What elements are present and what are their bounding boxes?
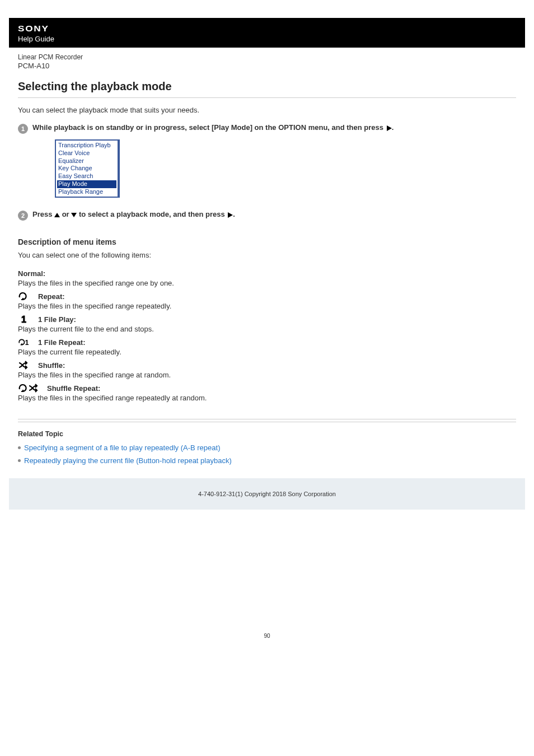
menu-items-desc: You can select one of the following item… bbox=[18, 251, 516, 259]
item-shuffle-repeat-label: Shuffle Repeat: bbox=[47, 384, 100, 393]
device-menu-item: Transcription Playb bbox=[57, 142, 116, 150]
device-menu-item: Key Change bbox=[57, 165, 116, 172]
product-info: Linear PCM Recorder PCM-A10 bbox=[9, 48, 525, 70]
step-number-badge: 2 bbox=[18, 211, 28, 221]
page-title: Selecting the playback mode bbox=[18, 80, 516, 93]
item-repeat: Repeat: bbox=[18, 292, 516, 301]
step-number-badge: 1 bbox=[18, 124, 28, 134]
device-menu-item: Playback Range bbox=[57, 188, 116, 196]
item-shuffle-repeat: Shuffle Repeat: bbox=[18, 384, 516, 393]
play-icon bbox=[387, 125, 392, 131]
item-normal-label: Normal: bbox=[18, 269, 516, 278]
copyright-text: 4-740-912-31(1) Copyright 2018 Sony Corp… bbox=[198, 491, 336, 497]
item-shuffle: Shuffle: bbox=[18, 361, 516, 370]
header-bar: SONY Help Guide bbox=[9, 18, 525, 48]
item-repeat-desc: Plays the files in the specified range r… bbox=[18, 302, 516, 310]
intro-text: You can select the playback mode that su… bbox=[18, 106, 516, 114]
item-normal-desc: Plays the files in the specified range o… bbox=[18, 279, 516, 287]
help-guide-label: Help Guide bbox=[18, 35, 516, 43]
related-separator-inner bbox=[18, 422, 516, 422]
related-link-ab-repeat[interactable]: Specifying a segment of a file to play r… bbox=[24, 444, 220, 452]
down-arrow-icon bbox=[71, 213, 77, 217]
item-shuffle-label: Shuffle: bbox=[38, 361, 65, 370]
related-heading: Related Topic bbox=[18, 430, 516, 438]
device-menu-item: Equalizer bbox=[57, 157, 116, 165]
step-1-text: While playback is on standby or in progr… bbox=[32, 123, 394, 132]
item-1file-desc: Plays the current file to the end and st… bbox=[18, 325, 516, 333]
item-1file-repeat-label: 1 File Repeat: bbox=[38, 338, 86, 347]
related-separator bbox=[18, 419, 516, 419]
repeat-icon bbox=[18, 292, 30, 301]
menu-items-heading: Description of menu items bbox=[18, 237, 516, 246]
item-1file-label: 1 File Play: bbox=[38, 315, 76, 324]
up-arrow-icon bbox=[54, 213, 60, 217]
step-2-text: Press or to select a playback mode, and … bbox=[32, 210, 235, 218]
related-link-item: Specifying a segment of a file to play r… bbox=[18, 444, 516, 452]
title-separator bbox=[18, 97, 516, 98]
device-menu-item: Easy Search bbox=[57, 172, 116, 180]
device-screen: Transcription Playb Clear Voice Equalize… bbox=[55, 139, 120, 198]
menu-items-list: Normal: Plays the files in the specified… bbox=[18, 269, 516, 402]
device-menu-item-selected: Play Mode bbox=[57, 180, 116, 188]
item-shuffle-repeat-desc: Plays the files in the specified range r… bbox=[18, 394, 516, 402]
svg-text:1: 1 bbox=[21, 315, 26, 324]
step-2: 2 Press or to select a playback mode, an… bbox=[18, 210, 516, 221]
item-repeat-label: Repeat: bbox=[38, 292, 65, 301]
step-1: 1 While playback is on standby or in pro… bbox=[18, 123, 516, 200]
product-model: PCM-A10 bbox=[18, 62, 516, 70]
svg-text:1: 1 bbox=[25, 339, 29, 347]
item-1file: 1 1 File Play: bbox=[18, 315, 516, 324]
related-link-item: Repeatedly playing the current file (But… bbox=[18, 456, 516, 465]
item-shuffle-desc: Plays the files in the specified range a… bbox=[18, 371, 516, 379]
related-links: Specifying a segment of a file to play r… bbox=[18, 444, 516, 465]
device-menu-item: Clear Voice bbox=[57, 150, 116, 157]
footer-bar: 4-740-912-31(1) Copyright 2018 Sony Corp… bbox=[9, 478, 525, 510]
repeat-shuffle-icon bbox=[18, 384, 39, 393]
play-icon bbox=[228, 212, 233, 218]
item-1file-repeat-desc: Plays the current file repeatedly. bbox=[18, 348, 516, 356]
related-link-button-hold[interactable]: Repeatedly playing the current file (But… bbox=[24, 456, 232, 465]
brand-logo: SONY bbox=[18, 24, 49, 33]
repeat-one-icon: 1 bbox=[18, 338, 30, 347]
page-number: 90 bbox=[0, 633, 534, 645]
item-1file-repeat: 1 1 File Repeat: bbox=[18, 338, 516, 347]
product-line: Linear PCM Recorder bbox=[18, 53, 516, 61]
shuffle-icon bbox=[18, 361, 30, 370]
one-file-icon: 1 bbox=[18, 315, 30, 324]
